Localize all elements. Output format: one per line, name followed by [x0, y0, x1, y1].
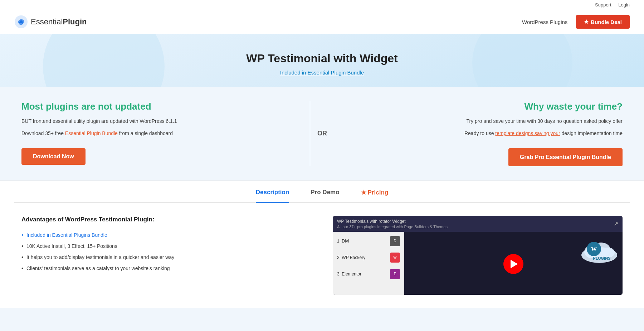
header: EssentialPlugin WordPress Plugins ★ Bund…	[0, 10, 644, 34]
share-icon: ↗	[614, 220, 618, 227]
tab-pro-demo[interactable]: Pro Demo	[311, 189, 339, 203]
plugin-icon-2: E	[390, 269, 400, 279]
bundle-deal-button[interactable]: ★ Bundle Deal	[576, 15, 630, 29]
promo-left-body2-prefix: Download 35+ free	[21, 130, 65, 136]
plugin-name-1: 2. WP Backery	[337, 255, 365, 260]
play-button[interactable]	[503, 254, 523, 274]
promo-right: Why waste your time? Try pro and save yo…	[334, 101, 623, 166]
video-container: WP Testimonials with rotator Widget All …	[333, 216, 623, 295]
video-body: 1. DiviD2. WP BackeryW3. ElementorE	[333, 232, 623, 295]
plugin-icon-0: D	[390, 236, 400, 246]
bullet-link-0[interactable]: Included in Essential Plugins Bundle	[26, 232, 107, 238]
play-triangle-icon	[511, 260, 518, 268]
video-header: WP Testimonials with rotator Widget All …	[333, 216, 623, 232]
plugin-row-1: 2. WP BackeryW	[337, 253, 400, 263]
promo-left-heading: Most plugins are not updated	[21, 101, 288, 112]
video-main[interactable]: W PLUGINS	[404, 232, 623, 295]
svg-point-1	[20, 20, 23, 23]
logo-plugin: Plugin	[63, 17, 87, 26]
plugin-row-2: 3. ElementorE	[337, 269, 400, 279]
download-now-button[interactable]: Download Now	[21, 148, 86, 165]
video-subtitle: All our 37+ pro plugins integrated with …	[337, 225, 448, 229]
advantages-title: Advantages of WordPress Testimonial Plug…	[21, 216, 311, 223]
bullet-item-0[interactable]: Included in Essential Plugins Bundle	[21, 230, 311, 241]
content-area: Advantages of WordPress Testimonial Plug…	[0, 203, 644, 308]
plugin-name-0: 1. Divi	[337, 239, 349, 244]
bullet-item-2: It helps you to add/display testimonials…	[21, 252, 311, 263]
star-icon: ★	[584, 19, 589, 25]
content-right: WP Testimonials with rotator Widget All …	[333, 216, 623, 295]
logo-essential: Essential	[31, 17, 63, 26]
plugin-icon-1: W	[390, 253, 400, 263]
video-plugin-sidebar: 1. DiviD2. WP BackeryW3. ElementorE	[333, 232, 404, 295]
bullet-item-3: Clients' testimonials serve as a catalys…	[21, 263, 311, 274]
hero-section: WP Testimonial with Widget Included in E…	[0, 34, 644, 87]
logo-text: EssentialPlugin	[31, 17, 87, 27]
video-title: WP Testimonials with rotator Widget	[337, 219, 448, 224]
tab-description[interactable]: Description	[256, 189, 289, 203]
promo-right-heading: Why waste your time?	[356, 101, 623, 112]
essential-plugin-bundle-link[interactable]: Essential Plugin Bundle	[65, 130, 118, 136]
grab-pro-bundle-button[interactable]: Grab Pro Essential Plugin Bundle	[508, 148, 623, 166]
tab-pricing[interactable]: ★Pricing	[361, 189, 389, 203]
plugin-row-0: 1. DiviD	[337, 236, 400, 246]
top-bar: Support Login	[0, 0, 644, 10]
bullet-list: Included in Essential Plugins Bundle10K …	[21, 230, 311, 274]
nav-area: WordPress Plugins ★ Bundle Deal	[522, 15, 630, 29]
nav-wp-plugins[interactable]: WordPress Plugins	[522, 19, 567, 25]
promo-right-body2-suffix: design implementation time	[560, 130, 623, 136]
hero-subtitle-link[interactable]: Included in Essential Plugin Bundle	[280, 69, 364, 76]
logo-icon	[14, 15, 28, 29]
login-link[interactable]: Login	[618, 2, 630, 8]
promo-left-body2: Download 35+ free Essential Plugin Bundl…	[21, 129, 288, 137]
pricing-star-icon: ★	[361, 189, 366, 196]
promo-left: Most plugins are not updated BUT fronten…	[21, 101, 310, 166]
template-designs-link[interactable]: template designs saving your	[495, 130, 560, 136]
svg-text:PLUGINS: PLUGINS	[593, 256, 611, 260]
tabs-section: Description Pro Demo ★Pricing	[0, 181, 644, 203]
promo-right-body2: Ready to use template designs saving you…	[356, 129, 623, 137]
wp-logo-area: W PLUGINS	[580, 235, 619, 265]
promo-right-body1: Try pro and save your time with 30 days …	[356, 117, 623, 125]
promo-left-body2-suffix: from a single dashboard	[118, 130, 173, 136]
page-title: WP Testimonial with Widget	[14, 52, 630, 65]
svg-text:W: W	[591, 246, 597, 252]
promo-section: Most plugins are not updated BUT fronten…	[0, 87, 644, 181]
plugin-name-2: 3. Elementor	[337, 272, 361, 277]
logo: EssentialPlugin	[14, 15, 87, 29]
tabs-nav: Description Pro Demo ★Pricing	[14, 181, 630, 203]
wp-logo-svg: W PLUGINS	[580, 235, 619, 264]
promo-right-body2-prefix: Ready to use	[464, 130, 495, 136]
content-left: Advantages of WordPress Testimonial Plug…	[21, 216, 311, 295]
or-divider: OR	[310, 101, 334, 166]
bullet-item-1: 10K Active Install, 3 Effect, 15+ Positi…	[21, 241, 311, 252]
promo-left-body1: BUT frontend essential utility plugin ar…	[21, 117, 288, 125]
support-link[interactable]: Support	[595, 2, 611, 8]
